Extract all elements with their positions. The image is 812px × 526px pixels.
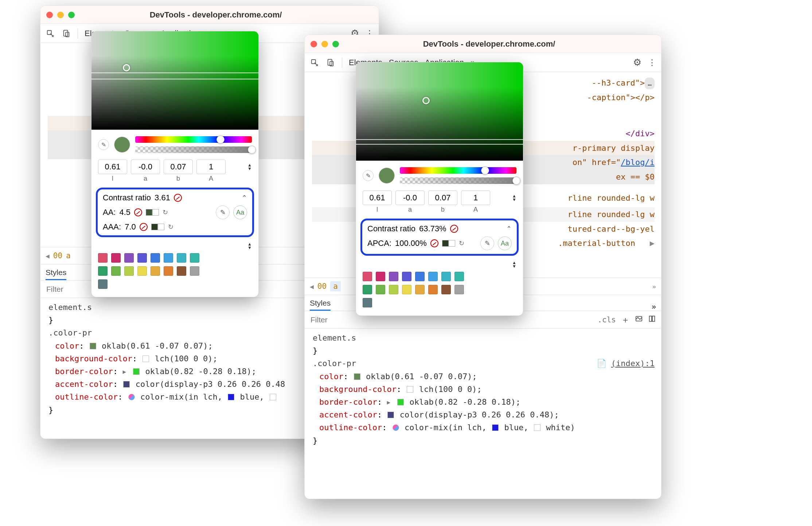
palette-swatch[interactable] (415, 285, 425, 294)
color-picker-2[interactable]: ✎ ▲▼ l a b A Contrast ratio 63.73% ⌃ (356, 62, 523, 316)
palette-swatch[interactable] (111, 253, 121, 263)
apply-suggestion-icon[interactable]: ↻ (459, 239, 464, 247)
select-element-icon[interactable] (46, 29, 55, 38)
color-swatch-icon[interactable] (133, 368, 140, 375)
aaa-swatch-icon[interactable] (151, 224, 164, 230)
palette-swatch[interactable] (389, 272, 398, 281)
collapse-icon[interactable]: ⌃ (506, 225, 512, 233)
palette-stepper-icon[interactable]: ▲▼ (247, 242, 252, 250)
collapse-icon[interactable]: ⌃ (242, 194, 247, 202)
grid-overlay-icon[interactable] (648, 315, 656, 325)
color-swatch-icon[interactable] (397, 399, 404, 405)
more-subtabs-icon[interactable]: » (652, 302, 656, 311)
lab-l-input[interactable] (363, 191, 392, 205)
device-toggle-icon[interactable] (62, 29, 71, 38)
palette-swatch[interactable] (137, 266, 147, 276)
expand-icon[interactable]: ▶ (122, 367, 126, 377)
palette-swatch[interactable] (415, 272, 425, 281)
settings-icon[interactable]: ⚙ (633, 57, 641, 68)
lab-b-input[interactable] (428, 191, 457, 205)
lab-b-input[interactable] (164, 160, 193, 174)
palette-swatch[interactable] (98, 266, 108, 276)
palette-swatch[interactable] (454, 285, 464, 294)
alpha-slider[interactable] (135, 146, 252, 153)
lab-a-input[interactable] (395, 191, 425, 205)
palette-swatch[interactable] (363, 272, 372, 281)
text-preview-icon[interactable]: Aa (233, 205, 247, 219)
kebab-menu-icon[interactable]: ⋮ (648, 58, 656, 67)
color-swatch-icon[interactable] (354, 373, 360, 380)
color-swatch-icon[interactable] (387, 412, 394, 418)
color-swatch-icon[interactable] (228, 394, 234, 400)
palette-swatch[interactable] (164, 266, 173, 276)
close-icon[interactable] (46, 12, 53, 18)
palette-swatch[interactable] (428, 285, 438, 294)
palette-swatch[interactable] (164, 253, 173, 263)
expand-icon[interactable]: ▶ (387, 398, 390, 407)
lab-a-input[interactable] (131, 160, 160, 174)
eyedropper-icon[interactable]: ✎ (363, 170, 374, 181)
palette-swatch[interactable] (402, 272, 411, 281)
saturation-value-area[interactable] (356, 62, 523, 161)
palette-swatch[interactable] (441, 285, 451, 294)
palette-swatch[interactable] (111, 266, 121, 276)
palette-swatch[interactable] (151, 266, 160, 276)
sv-cursor-icon[interactable] (422, 97, 430, 104)
palette-swatch[interactable] (376, 272, 385, 281)
filter-input[interactable] (310, 315, 354, 325)
text-preview-icon[interactable]: Aa (498, 236, 512, 250)
palette-swatch[interactable] (177, 266, 186, 276)
palette-swatch[interactable] (98, 279, 108, 289)
color-picker-1[interactable]: ✎ ▲▼ l a b A Contrast ratio 3.61 ⌃ (91, 31, 259, 297)
device-toggle-icon[interactable] (326, 58, 335, 67)
filter-input[interactable] (46, 284, 89, 294)
hue-slider[interactable] (135, 136, 252, 143)
palette-swatch[interactable] (190, 253, 199, 263)
source-link[interactable]: (index):1 (611, 359, 655, 368)
palette-swatch[interactable] (363, 298, 372, 307)
color-mix-icon[interactable] (128, 394, 135, 400)
palette-swatch[interactable] (190, 266, 199, 276)
cls-button[interactable]: .cls (597, 315, 616, 324)
palette-swatch[interactable] (441, 272, 451, 281)
color-mix-icon[interactable] (393, 424, 399, 431)
format-stepper-icon[interactable]: ▲▼ (512, 194, 516, 201)
color-swatch-icon[interactable] (407, 386, 413, 393)
palette-swatch[interactable] (98, 253, 108, 263)
palette-swatch[interactable] (151, 253, 160, 263)
saturation-value-area[interactable] (91, 31, 258, 130)
eyedropper-icon[interactable]: ✎ (98, 139, 109, 150)
palette-swatch[interactable] (363, 285, 372, 294)
color-swatch-icon[interactable] (270, 394, 276, 400)
apca-swatch-icon[interactable] (442, 240, 455, 247)
palette-swatch[interactable] (389, 285, 398, 294)
pick-background-icon[interactable]: ✎ (480, 236, 494, 250)
color-swatch-icon[interactable] (90, 343, 96, 349)
palette-swatch[interactable] (454, 272, 464, 281)
tab-styles[interactable]: Styles (310, 299, 331, 311)
palette-swatch[interactable] (428, 272, 438, 281)
color-swatch-icon[interactable] (492, 424, 499, 431)
source-link-icon[interactable]: 📄 (597, 359, 606, 368)
color-swatch-icon[interactable] (534, 424, 540, 431)
palette-swatch[interactable] (124, 253, 134, 263)
apply-suggestion-icon[interactable]: ↻ (168, 223, 173, 231)
palette-swatch[interactable] (124, 266, 134, 276)
lab-alpha-input[interactable] (461, 191, 490, 205)
palette-swatch[interactable] (177, 253, 186, 263)
tab-styles[interactable]: Styles (46, 268, 66, 280)
format-stepper-icon[interactable]: ▲▼ (247, 163, 252, 170)
lab-l-input[interactable] (98, 160, 127, 174)
styles-pane[interactable]: element.s } .color-pr 📄 (index):1 color:… (305, 329, 661, 454)
aa-swatch-icon[interactable] (146, 209, 159, 216)
palette-swatch[interactable] (137, 253, 147, 263)
color-format-icon[interactable] (635, 315, 643, 325)
palette-stepper-icon[interactable]: ▲▼ (512, 261, 516, 268)
palette-swatch[interactable] (376, 285, 385, 294)
new-rule-icon[interactable]: ＋ (621, 314, 630, 326)
palette-swatch[interactable] (402, 285, 411, 294)
alpha-slider[interactable] (400, 177, 516, 184)
hue-slider[interactable] (400, 167, 516, 174)
apply-suggestion-icon[interactable]: ↻ (163, 208, 168, 216)
sv-cursor-icon[interactable] (123, 64, 130, 71)
